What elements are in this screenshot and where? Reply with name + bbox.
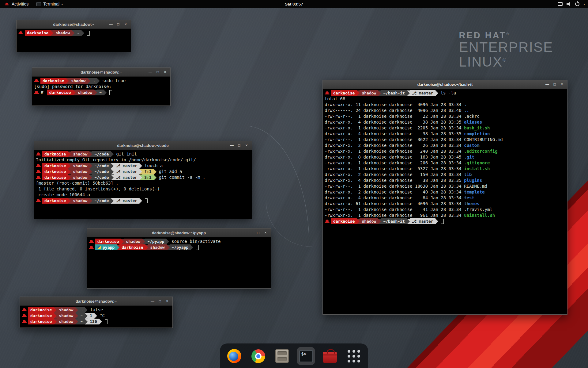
prompt-segment-user: darknoise <box>28 313 54 319</box>
powerline-separator <box>89 169 92 174</box>
titlebar[interactable]: darknoise@shadow:~—□× <box>32 68 170 77</box>
command-text: source bin/activate <box>172 239 221 244</box>
terminal-output-line: drwxrwxr-x. 4 darknoise darknoise 38 Jan… <box>325 119 565 125</box>
powerline-separator <box>85 319 88 324</box>
close-button[interactable]: × <box>162 69 168 75</box>
prompt-segment-path: ~/pyapp <box>170 244 191 250</box>
powerline-separator <box>167 245 170 250</box>
close-button[interactable]: × <box>164 298 170 304</box>
terminal-prompt-line: darknoiseshadow~/code⎇ master <box>36 198 250 204</box>
prompt-segment-dirty: ?:1 <box>142 169 153 174</box>
close-button[interactable]: × <box>559 81 565 87</box>
display-icon <box>558 2 563 6</box>
terminal-viewport[interactable]: darknoiseshadow~falsedarknoiseshadow~1^C… <box>20 306 172 328</box>
powerline-separator <box>139 169 142 174</box>
titlebar[interactable]: darknoise@shadow:~/code—□× <box>34 141 252 150</box>
command-text: ^C <box>100 313 105 319</box>
redhat-icon <box>22 320 27 324</box>
prompt-segment-path: ~/code <box>92 151 111 157</box>
terminal-window-code[interactable]: darknoise@shadow:~/code—□×darknoiseshado… <box>34 141 252 219</box>
terminal-viewport[interactable]: darknoiseshadow~/pyappsource bin/activat… <box>87 237 271 288</box>
maximize-button[interactable]: □ <box>155 69 161 75</box>
powerline-separator <box>72 30 75 36</box>
activities-button[interactable]: Activities <box>3 0 30 8</box>
powerline-separator <box>88 78 90 84</box>
maximize-button[interactable]: □ <box>552 81 558 87</box>
terminal-viewport[interactable]: darknoiseshadow~/bash-it⎇ masterls -lato… <box>323 89 567 314</box>
terminal-output-line: drwxrwxr-x. 4 darknoise darknoise 84 Jan… <box>325 195 565 201</box>
redhat-icon <box>34 90 39 94</box>
terminal-viewport[interactable]: darknoiseshadow~sudo true[sudo] password… <box>32 77 170 105</box>
titlebar[interactable]: darknoise@shadow:~/pyapp—□× <box>87 228 271 237</box>
powerline-separator <box>99 319 102 324</box>
powerline-separator <box>54 307 57 313</box>
powerline-separator <box>407 219 410 224</box>
powerline-separator <box>357 90 360 96</box>
titlebar[interactable]: darknoise@shadow:~—□× <box>20 297 172 306</box>
close-button[interactable]: × <box>123 21 129 27</box>
terminal-output-line: [sudo] password for darknoise: <box>34 84 168 90</box>
redhat-icon <box>325 219 330 223</box>
maximize-button[interactable]: □ <box>255 230 261 236</box>
minimize-button[interactable]: — <box>108 21 114 27</box>
clock[interactable]: Sat 03:57 <box>285 2 303 6</box>
prompt-segment-path: ~/code <box>92 163 111 169</box>
apps-grid-icon <box>348 350 360 362</box>
titlebar[interactable]: darknoise@shadow:~/bash-it—□× <box>323 80 567 89</box>
powerline-separator <box>89 175 92 180</box>
close-button[interactable]: × <box>243 142 250 148</box>
command-text: git commit -a -m . <box>159 174 205 180</box>
powerline-separator <box>89 198 92 204</box>
power-icon <box>575 2 579 6</box>
prompt-segment-git: ⎇ master <box>114 174 139 180</box>
minimize-button[interactable]: — <box>544 81 550 87</box>
redhat-icon <box>34 79 39 83</box>
prompt-segment-host: shadow <box>71 174 89 180</box>
terminal-output-line: drwxrwxr-x. 2 darknoise darknoise 40 Jan… <box>325 189 565 195</box>
maximize-button[interactable]: □ <box>115 21 121 27</box>
minimize-button[interactable]: — <box>248 230 254 236</box>
powerline-separator <box>68 169 71 174</box>
prompt-segment-user: darknoise <box>42 174 68 180</box>
terminal-window-exitcodes[interactable]: darknoise@shadow:~—□×darknoiseshadow~fal… <box>20 297 173 328</box>
dock-item-firefox[interactable] <box>225 347 243 365</box>
dock-item-terminal[interactable]: $> <box>297 347 315 365</box>
rhel-brand-text: RED HAT® ENTERPRISE LINUX® <box>459 31 553 69</box>
terminal-prompt-line: darknoiseshadow~/bash-it⎇ masterls -la <box>325 90 565 96</box>
powerline-separator <box>435 90 438 96</box>
maximize-button[interactable]: □ <box>236 142 242 148</box>
prompt-segment-path: ~/code <box>92 174 111 180</box>
redhat-icon <box>22 314 27 318</box>
titlebar[interactable]: darknoise@shadow:~—□× <box>17 20 131 29</box>
app-menu-terminal[interactable]: Terminal ▾ <box>35 0 64 8</box>
powerline-separator <box>68 198 71 204</box>
terminal-window-bash-it[interactable]: darknoise@shadow:~/bash-it—□×darknoisesh… <box>322 80 567 315</box>
terminal-viewport[interactable]: darknoiseshadow~ <box>17 29 131 52</box>
chevron-down-icon: ▾ <box>61 2 63 6</box>
prompt-segment-user: darknoise <box>331 218 357 224</box>
terminal-window-sudo[interactable]: darknoise@shadow:~—□×darknoiseshadow~sud… <box>32 67 171 106</box>
maximize-button[interactable]: □ <box>157 298 163 304</box>
dock-item-apps-grid[interactable] <box>345 347 363 365</box>
system-status-area[interactable]: ▾ <box>558 2 585 6</box>
minimize-button[interactable]: — <box>229 142 235 148</box>
window-title: darknoise@shadow:~/bash-it <box>323 82 567 87</box>
terminal-prompt-line: darknoiseshadow~false <box>22 307 171 313</box>
close-button[interactable]: × <box>262 230 269 236</box>
terminal-window-home-top[interactable]: darknoise@shadow:~—□×darknoiseshadow~ <box>16 20 131 52</box>
terminal-viewport[interactable]: darknoiseshadow~/codegit initInitialized… <box>34 150 252 219</box>
redhat-icon <box>36 152 41 156</box>
dock-item-files[interactable] <box>273 347 291 365</box>
prompt-segment-user: darknoise <box>119 244 145 250</box>
redhat-icon <box>36 175 41 179</box>
dock-item-toolbox[interactable] <box>321 347 339 365</box>
dock-item-chrome[interactable] <box>249 347 267 365</box>
minimize-button[interactable]: — <box>147 69 153 75</box>
prompt-segment-host: shadow <box>124 239 142 244</box>
prompt-segment-user: darknoise <box>42 163 68 169</box>
prompt-segment-path: ~/pyapp <box>145 239 166 244</box>
terminal-output-line: -rw-rw-r--. 1 darknoise darknoise 3622 J… <box>325 137 565 143</box>
powerline-separator <box>89 163 92 169</box>
minimize-button[interactable]: — <box>149 298 156 304</box>
terminal-window-pyapp[interactable]: darknoise@shadow:~/pyapp—□×darknoiseshad… <box>87 228 271 289</box>
